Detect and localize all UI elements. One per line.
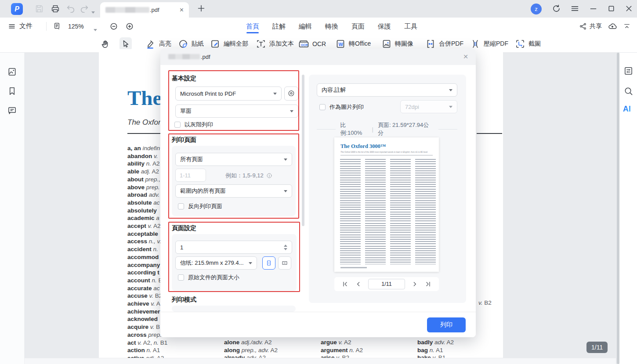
hand-tool[interactable] [100, 37, 110, 50]
crop-icon [515, 39, 525, 49]
stepper-arrows-icon[interactable] [284, 245, 287, 250]
preview-text-column [390, 159, 411, 264]
zoom-level[interactable]: 125% [68, 23, 84, 30]
search-icon[interactable] [623, 86, 633, 96]
original-size-checkbox[interactable] [178, 274, 184, 281]
page-setup-heading: 頁面設定 [172, 224, 196, 232]
merge-icon [425, 39, 436, 49]
share-group: 共享 [579, 22, 631, 31]
zoom-caret-icon[interactable] [94, 25, 97, 33]
bookmark-panel-icon[interactable] [7, 86, 17, 96]
reverse-row: 反向列印頁面 [178, 202, 222, 210]
redacted-filename [105, 7, 149, 13]
save-icon[interactable] [34, 4, 44, 14]
page-number-input[interactable] [368, 279, 405, 289]
tab-home[interactable]: 首頁 [245, 18, 260, 35]
portrait-button[interactable] [262, 256, 275, 270]
history-caret-icon[interactable] [91, 7, 95, 15]
dialog-close-icon[interactable]: × [460, 51, 471, 62]
undo-icon[interactable] [66, 4, 76, 14]
preview-text-column [365, 159, 386, 264]
copies-stepper[interactable]: 1 [175, 241, 292, 254]
image-icon [381, 39, 392, 49]
content-mode-select[interactable]: 內容,註解 [317, 83, 457, 97]
thumbnail-panel-icon[interactable] [7, 67, 17, 77]
printer-select[interactable]: Microsoft Print to PDF [175, 86, 282, 101]
page-layout-icon[interactable] [53, 22, 61, 30]
tab-close-icon[interactable]: × [180, 6, 184, 14]
share-button[interactable]: 共享 [579, 22, 602, 30]
dialog-scrollbar[interactable] [302, 75, 304, 226]
compress-pdf-tool[interactable]: 壓縮PDF [470, 37, 508, 50]
properties-panel-icon[interactable] [623, 66, 633, 76]
info-icon [266, 173, 272, 179]
preview-text-column [340, 159, 361, 264]
tab-protect[interactable]: 保護 [377, 18, 392, 35]
last-page-icon[interactable] [424, 281, 431, 288]
comment-panel-icon[interactable] [7, 105, 17, 115]
avatar[interactable]: z [531, 4, 542, 14]
screenshot-tool[interactable]: 截圖 [515, 37, 541, 50]
tab-tools[interactable]: 工具 [403, 18, 418, 35]
print-dialog: .pdf × 基本設定 Microsoft Print to PDF 單面 以灰… [160, 48, 476, 337]
dialog-header: .pdf [160, 48, 476, 65]
share-icon [579, 22, 587, 30]
print-as-image-label: 作為圖片列印 [329, 103, 364, 111]
redo-icon[interactable] [80, 4, 89, 14]
divider [46, 22, 47, 31]
zoom-out-icon[interactable] [109, 22, 118, 31]
preview-doc-title: The Oxford 3000™ [340, 143, 386, 150]
tab-title: .pdf [105, 7, 180, 13]
range-example: 例如：1,5-9,12 [225, 172, 272, 180]
svg-text:OCR: OCR [301, 43, 308, 47]
list-item: alone adj./adv. A2 [224, 339, 278, 346]
menu-icon[interactable] [570, 4, 579, 13]
close-icon[interactable] [624, 4, 633, 13]
next-page-icon[interactable] [411, 281, 418, 288]
maximize-icon[interactable] [607, 4, 616, 13]
first-page-icon[interactable] [342, 281, 349, 288]
print-mode-heading: 列印模式 [172, 296, 196, 304]
zoom-in-icon[interactable] [125, 22, 134, 31]
paper-size-value: 信纸: 215.9mm x 279.4... [180, 259, 244, 267]
printer-settings-button[interactable] [284, 86, 298, 101]
svg-text:W: W [339, 42, 344, 47]
cloud-upload-icon[interactable] [608, 22, 617, 31]
collapse-toolbar-icon[interactable] [623, 22, 631, 30]
prev-page-icon[interactable] [355, 281, 362, 288]
page-range-value: 所有頁面 [180, 155, 203, 163]
tab-comment[interactable]: 註解 [271, 18, 286, 35]
file-menu[interactable]: 文件 [8, 22, 33, 30]
scale-info-row: 比例:100% | 頁面: 21.59*27.94公分 [317, 121, 457, 137]
sides-select[interactable]: 單面 [175, 105, 298, 118]
app-logo-icon: P [11, 3, 23, 15]
ai-assistant-icon[interactable]: AI [623, 105, 631, 114]
paper-size-select[interactable]: 信纸: 215.9mm x 279.4... [175, 256, 257, 270]
tab-edit[interactable]: 編輯 [298, 18, 313, 35]
document-rule [127, 133, 161, 134]
copies-value: 1 [180, 244, 183, 251]
sides-select-value: 單面 [180, 107, 192, 115]
print-as-image-checkbox[interactable] [319, 104, 326, 110]
document-tab[interactable]: .pdf × [100, 2, 189, 18]
print-icon[interactable] [51, 4, 60, 14]
page-range-select[interactable]: 所有頁面 [175, 153, 292, 166]
basic-settings-heading: 基本設定 [172, 75, 196, 83]
minimize-icon[interactable] [589, 4, 598, 13]
sync-icon[interactable] [552, 4, 561, 13]
new-tab-button[interactable] [196, 4, 206, 13]
reverse-print-checkbox[interactable] [178, 203, 184, 209]
print-button[interactable]: 列印 [427, 317, 466, 332]
select-tool[interactable] [119, 37, 132, 50]
page-range-input[interactable] [175, 169, 206, 182]
page-indicator-badge: 1/11 [586, 342, 608, 353]
word-fragment: v. B2 [478, 299, 492, 306]
page-subset-select[interactable]: 範圍内的所有頁面 [175, 184, 292, 198]
preview-nav [334, 277, 439, 291]
landscape-button[interactable] [278, 256, 291, 270]
list-item: act v. A2, n. B1 [127, 339, 167, 347]
list-item: along prep., adv. A2 [224, 346, 278, 354]
tab-page[interactable]: 頁面 [351, 18, 366, 35]
tab-convert[interactable]: 轉換 [324, 18, 339, 35]
grayscale-checkbox[interactable] [174, 122, 181, 128]
